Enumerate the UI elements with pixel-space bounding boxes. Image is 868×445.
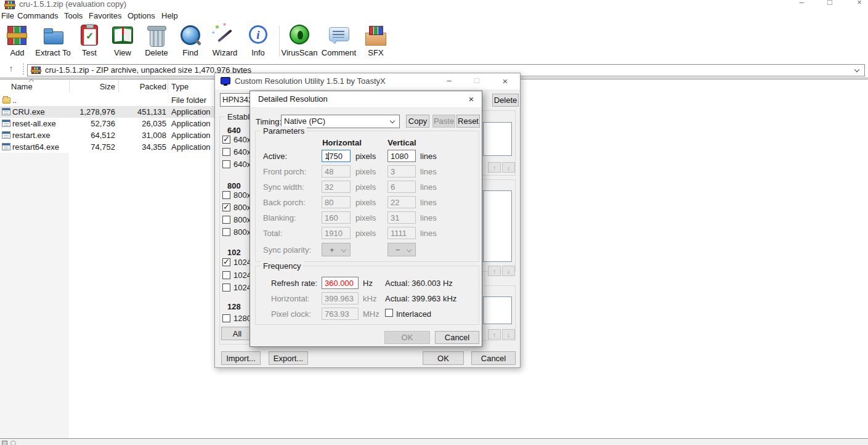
param-unit: lines bbox=[420, 182, 437, 192]
param-unit: lines bbox=[420, 229, 437, 238]
refresh-rate-input[interactable]: 360.000 bbox=[322, 277, 359, 289]
move-up-icon: ↑ bbox=[488, 162, 501, 173]
resolution-checkbox[interactable] bbox=[222, 258, 230, 266]
maximize-icon[interactable]: □ bbox=[821, 0, 839, 7]
all-button[interactable]: All bbox=[221, 327, 253, 340]
resolution-label: 1024 bbox=[233, 271, 251, 280]
file-name: .. bbox=[12, 96, 17, 105]
delete-button[interactable]: Delete bbox=[492, 94, 519, 107]
resolution-checkbox[interactable] bbox=[222, 284, 230, 292]
star-icon: ★ bbox=[214, 23, 220, 30]
active-horizontal-input[interactable]: 1750 bbox=[322, 150, 351, 162]
wizard-wand-icon: ★ ★ ★ bbox=[214, 25, 236, 47]
reset-button[interactable]: Reset bbox=[456, 115, 480, 128]
interlaced-checkbox[interactable] bbox=[385, 309, 393, 317]
active-vertical-input[interactable]: 1080 bbox=[387, 150, 416, 162]
parameters-group-label: Parameters bbox=[261, 126, 307, 136]
resolution-checkbox[interactable] bbox=[222, 271, 230, 279]
paste-button: Paste bbox=[432, 115, 455, 128]
cru-ok-button[interactable]: OK bbox=[423, 351, 464, 365]
resolution-checkbox[interactable] bbox=[222, 191, 230, 199]
extension-blocks-list[interactable] bbox=[483, 296, 512, 324]
file-size: 64,512 bbox=[68, 131, 115, 140]
blanking-vertical-input: 31 bbox=[387, 211, 416, 224]
param-unit: lines bbox=[420, 152, 437, 161]
resolution-label: 640x bbox=[233, 160, 251, 169]
file-size: 1,278,976 bbox=[68, 107, 115, 116]
bug-icon bbox=[298, 31, 303, 39]
winrar-books-icon bbox=[6, 25, 28, 47]
column-size[interactable]: Size bbox=[68, 82, 115, 91]
move-up-icon: ↑ bbox=[488, 329, 501, 340]
resolution-label: 800x bbox=[233, 190, 251, 200]
winrar-titlebar: cru-1.5.1.zip (evaluation copy) – □ × bbox=[0, 0, 868, 10]
file-row[interactable]: .. File folder bbox=[0, 94, 214, 106]
resolution-group-header: 128 bbox=[227, 302, 241, 311]
dialog-cancel-button[interactable]: Cancel bbox=[435, 331, 479, 344]
column-packed[interactable]: Packed bbox=[120, 82, 166, 91]
file-row[interactable]: restart.exe 64,512 31,008 Application bbox=[0, 129, 214, 141]
cru-title: Custom Resolution Utility 1.5.1 by Toast… bbox=[235, 76, 386, 86]
copy-button[interactable]: Copy bbox=[406, 115, 429, 128]
horizontal-freq-label: Horizontal: bbox=[271, 294, 309, 303]
file-row[interactable]: CRU.exe 1,278,976 451,131 Application bbox=[0, 106, 214, 118]
resolution-checkbox[interactable] bbox=[222, 203, 230, 211]
menu-help[interactable]: Help bbox=[161, 11, 178, 20]
timing-value: Native (PC) bbox=[284, 116, 325, 126]
column-type[interactable]: Type bbox=[171, 82, 189, 91]
cru-cancel-button[interactable]: Cancel bbox=[471, 351, 516, 365]
menu-options[interactable]: Options bbox=[128, 11, 155, 20]
taskbar-icon[interactable] bbox=[10, 441, 16, 445]
menu-file[interactable]: File bbox=[1, 11, 14, 20]
menu-favorites[interactable]: Favorites bbox=[89, 11, 121, 20]
menu-commands[interactable]: Commands bbox=[17, 11, 58, 20]
cru-titlebar: Custom Resolution Utility 1.5.1 by Toast… bbox=[215, 73, 520, 89]
minimize-icon[interactable]: – bbox=[440, 76, 458, 85]
resolution-checkbox[interactable] bbox=[222, 160, 230, 168]
detailed-resolution-dialog: Detailed Resolution × Timing: Native (PC… bbox=[249, 91, 482, 347]
file-row[interactable]: reset-all.exe 52,736 26,035 Application bbox=[0, 118, 214, 129]
resolution-label: 1024 bbox=[233, 258, 251, 267]
sync-polarity-vertical-dropdown: − bbox=[387, 243, 416, 256]
vertical-column-header: Vertical bbox=[379, 138, 425, 147]
resolution-label: 640x bbox=[233, 147, 251, 157]
file-size: 52,736 bbox=[68, 119, 115, 128]
move-down-icon: ↓ bbox=[502, 162, 515, 173]
resolution-checkbox[interactable] bbox=[222, 216, 230, 224]
extract-folder-icon bbox=[42, 25, 64, 47]
virus-scan-icon bbox=[290, 25, 309, 44]
resolution-checkbox[interactable] bbox=[222, 228, 230, 236]
param-label: Back porch: bbox=[263, 198, 306, 207]
param-unit: lines bbox=[420, 167, 437, 176]
minimize-icon[interactable]: – bbox=[792, 0, 811, 7]
file-row[interactable]: restart64.exe 74,752 34,355 Application bbox=[0, 141, 214, 153]
resolution-checkbox[interactable] bbox=[222, 136, 230, 144]
resolution-checkbox[interactable] bbox=[222, 148, 230, 156]
toolbar-grip bbox=[23, 63, 24, 75]
up-directory-button[interactable]: ↑ bbox=[4, 63, 18, 75]
file-name: CRU.exe bbox=[12, 107, 45, 116]
export-button[interactable]: Export... bbox=[269, 351, 308, 365]
standard-resolutions-list[interactable] bbox=[483, 190, 512, 262]
sync-width-horizontal-input: 32 bbox=[322, 181, 351, 193]
toolbar-sfx-button[interactable]: SFX bbox=[351, 23, 400, 59]
dialog-titlebar: Detailed Resolution × bbox=[250, 91, 482, 107]
file-name: restart64.exe bbox=[12, 142, 59, 152]
refresh-rate-label: Refresh rate: bbox=[271, 279, 317, 288]
close-icon[interactable]: × bbox=[462, 94, 481, 104]
application-icon bbox=[2, 108, 10, 115]
file-type: File folder bbox=[171, 96, 206, 105]
close-icon[interactable]: × bbox=[850, 0, 868, 7]
pixel-clock-label: Pixel clock: bbox=[271, 309, 311, 319]
import-button[interactable]: Import... bbox=[221, 351, 261, 365]
sync-width-vertical-input: 6 bbox=[387, 181, 416, 193]
taskbar-icon[interactable] bbox=[2, 441, 7, 445]
resolution-checkbox[interactable] bbox=[222, 314, 230, 322]
comment-bubble-icon bbox=[328, 25, 350, 47]
detailed-resolutions-list[interactable] bbox=[483, 122, 512, 156]
menu-tools[interactable]: Tools bbox=[64, 11, 83, 20]
column-name[interactable]: Name bbox=[11, 82, 33, 91]
file-packed: 26,035 bbox=[120, 119, 166, 128]
parameters-group: Parameters Horizontal Vertical Active: 1… bbox=[255, 131, 479, 262]
close-icon[interactable]: × bbox=[496, 76, 514, 86]
